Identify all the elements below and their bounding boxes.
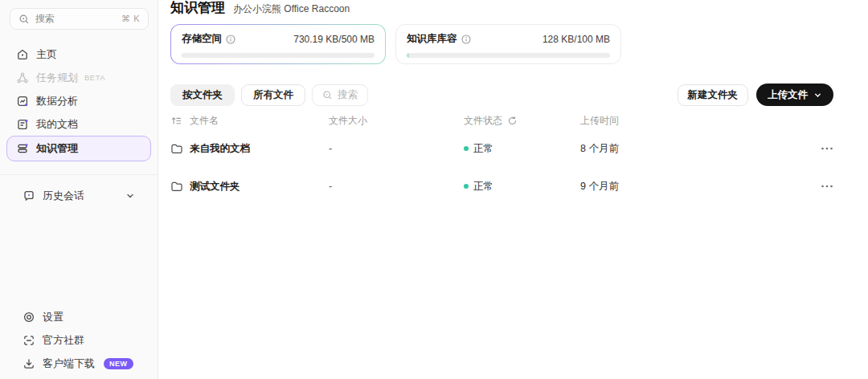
sidebar-item-label: 官方社群 [43, 333, 84, 348]
knowledge-capacity-card: 知识库库容 128 KB/100 MB [395, 24, 621, 64]
more-options-button[interactable] [821, 184, 833, 189]
capacity-progress-bar [407, 53, 610, 58]
file-status: 正常 [464, 180, 580, 194]
button-label: 新建文件夹 [688, 88, 739, 102]
storage-space-card: 存储空间 730.19 KB/500 MB [170, 24, 386, 64]
card-title: 知识库库容 [407, 32, 457, 46]
app-window: 搜索 ⌘ K 主页 任务规 [0, 0, 868, 379]
sidebar-item-label: 客户端下载 [43, 357, 95, 371]
info-icon[interactable] [461, 35, 471, 44]
search-icon [18, 14, 30, 25]
status-dot [464, 184, 469, 189]
search-input[interactable]: 搜索 ⌘ K [10, 8, 149, 30]
chat-history-icon [23, 190, 35, 202]
upload-time: 9 个月前 [580, 180, 697, 194]
sidebar-item-label: 历史会话 [43, 189, 84, 203]
column-header-time: 上传时间 [580, 114, 697, 128]
sidebar-item-label: 设置 [43, 310, 63, 324]
knowledge-icon [16, 142, 29, 155]
folder-icon [170, 143, 190, 155]
sidebar-item-label: 知识管理 [36, 141, 78, 156]
sidebar-item-my-documents[interactable]: 我的文档 [6, 112, 151, 136]
all-files-tab[interactable]: 所有文件 [241, 84, 305, 106]
sidebar-item-label: 数据分析 [36, 94, 78, 108]
table-header-row: 文件名 文件大小 文件状态 上传时间 [170, 112, 833, 128]
storage-usage-text: 730.19 KB/500 MB [293, 34, 375, 45]
sidebar-item-home[interactable]: 主页 [6, 43, 151, 66]
refresh-icon[interactable] [507, 116, 518, 126]
task-planning-icon [16, 71, 29, 84]
search-label: 搜索 [35, 12, 55, 26]
folder-icon [170, 181, 190, 193]
page-title: 知识管理 [170, 0, 225, 16]
storage-cards: 存储空间 730.19 KB/500 MB 知识库库容 [170, 24, 621, 64]
search-shortcut: ⌘ K [121, 14, 140, 24]
sidebar-item-knowledge[interactable]: 知识管理 [6, 136, 151, 161]
sidebar-item-data-analysis[interactable]: 数据分析 [6, 89, 151, 112]
column-header-label: 文件状态 [464, 114, 502, 128]
file-size: - [329, 143, 464, 154]
upload-time: 8 个月前 [580, 142, 697, 156]
community-icon [23, 334, 35, 347]
file-size: - [329, 181, 464, 192]
toolbar-actions: 新建文件夹 上传文件 [678, 84, 834, 106]
by-folder-tab[interactable]: 按文件夹 [170, 84, 235, 106]
column-header-name: 文件名 [190, 114, 329, 128]
download-icon [23, 357, 35, 370]
status-label: 正常 [473, 180, 493, 194]
new-folder-button[interactable]: 新建文件夹 [678, 84, 749, 106]
column-header-size: 文件大小 [329, 114, 464, 128]
main-content: 知识管理 办公小浣熊 Office Raccoon 存储空间 730.19 KB… [158, 0, 868, 379]
info-icon[interactable] [226, 35, 235, 44]
sidebar-item-settings[interactable]: 设置 [13, 305, 145, 328]
file-name[interactable]: 来自我的文档 [190, 142, 329, 156]
sidebar-divider [0, 174, 158, 175]
upload-file-button[interactable]: 上传文件 [756, 84, 833, 106]
storage-progress-bar [182, 53, 375, 58]
sidebar-item-community[interactable]: 官方社群 [13, 328, 145, 352]
more-options-button[interactable] [821, 146, 833, 151]
file-status: 正常 [464, 142, 580, 156]
tab-label: 所有文件 [253, 88, 293, 102]
chevron-down-icon[interactable] [125, 191, 135, 201]
sidebar-item-label: 主页 [36, 47, 57, 62]
home-icon [16, 48, 29, 61]
beta-badge: BETA [84, 73, 105, 82]
data-analysis-icon [16, 95, 29, 108]
page-subtitle: 办公小浣熊 Office Raccoon [233, 2, 350, 16]
sidebar-item-label: 我的文档 [36, 117, 78, 132]
search-icon [322, 90, 333, 100]
sidebar-nav: 主页 任务规划 BETA [0, 43, 158, 161]
table-row[interactable]: 测试文件夹 - 正常 9 个月前 [170, 177, 833, 195]
button-label: 上传文件 [768, 88, 808, 102]
tab-label: 按文件夹 [182, 88, 223, 102]
sidebar-footer: 设置 官方社群 客户端下载 NE [6, 305, 151, 375]
card-title: 存储空间 [182, 32, 222, 46]
column-header-status: 文件状态 [464, 114, 580, 128]
chevron-down-icon [813, 91, 822, 100]
sidebar: 搜索 ⌘ K 主页 任务规 [0, 0, 158, 379]
status-label: 正常 [473, 142, 493, 156]
capacity-progress-fill [407, 53, 409, 58]
page-header: 知识管理 办公小浣熊 Office Raccoon [170, 0, 350, 16]
status-dot [464, 146, 469, 151]
sidebar-item-history[interactable]: 历史会话 [13, 184, 145, 207]
my-documents-icon [16, 118, 29, 131]
sidebar-item-client-download[interactable]: 客户端下载 NEW [13, 352, 145, 375]
table-search-button[interactable]: 搜索 [312, 84, 368, 106]
gear-icon [23, 311, 35, 324]
sidebar-item-task-planning[interactable]: 任务规划 BETA [6, 66, 151, 89]
sidebar-item-label: 任务规划 [36, 71, 78, 85]
search-label: 搜索 [338, 88, 358, 102]
capacity-usage-text: 128 KB/100 MB [542, 34, 610, 45]
toolbar: 按文件夹 所有文件 搜索 新建文件夹 上传文件 [170, 84, 833, 106]
new-badge: NEW [104, 358, 133, 369]
sort-icon[interactable] [170, 115, 190, 127]
file-name[interactable]: 测试文件夹 [190, 180, 329, 194]
table-row[interactable]: 来自我的文档 - 正常 8 个月前 [170, 140, 833, 157]
